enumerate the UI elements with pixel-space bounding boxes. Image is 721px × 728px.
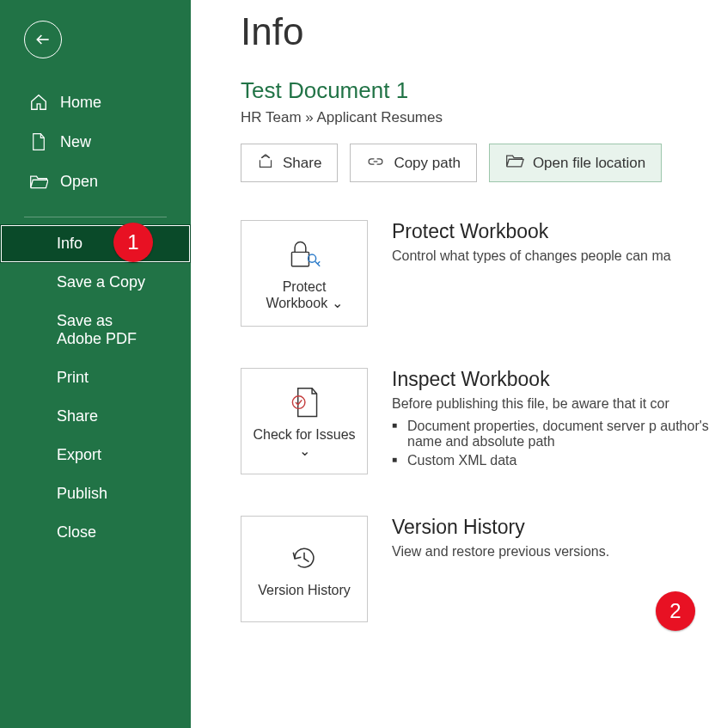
sidebar-item-save-pdf[interactable]: Save as Adobe PDF (0, 302, 191, 358)
sidebar-item-label: Save as Adobe PDF (57, 312, 156, 348)
sidebar-item-open[interactable]: Open (0, 162, 191, 201)
open-file-location-button[interactable]: Open file location (489, 144, 662, 182)
inspect-bullets: Document properties, document server p a… (392, 419, 721, 468)
sidebar-item-home[interactable]: Home (0, 83, 191, 122)
section-inspect-workbook: Check for Issues ⌄ Inspect Workbook Befo… (241, 368, 721, 474)
backstage-sidebar: Home New Open Info 1 Save a Copy Save as… (0, 0, 191, 728)
copy-path-button[interactable]: Copy path (350, 144, 477, 182)
breadcrumb: HR Team » Applicant Resumes (241, 109, 721, 126)
sidebar-item-label: Save a Copy (57, 273, 145, 291)
inspect-tile-label: Check for Issues ⌄ (250, 427, 358, 459)
sidebar-item-publish[interactable]: Publish (0, 474, 191, 513)
check-for-issues-tile[interactable]: Check for Issues ⌄ (241, 368, 368, 474)
home-icon (29, 93, 48, 112)
sidebar-separator (24, 217, 167, 217)
protect-title: Protect Workbook (392, 220, 721, 243)
sidebar-item-share[interactable]: Share (0, 397, 191, 436)
page-title: Info (241, 10, 721, 53)
open-location-label: Open file location (533, 155, 645, 172)
sidebar-item-export[interactable]: Export (0, 436, 191, 474)
sidebar-item-save-copy[interactable]: Save a Copy (0, 263, 191, 302)
share-button[interactable]: Share (241, 144, 338, 182)
protect-tile-label: Protect Workbook ⌄ (250, 279, 358, 311)
callout-2: 2 (656, 591, 695, 631)
sidebar-item-new[interactable]: New (0, 122, 191, 162)
history-clock-icon (287, 540, 321, 578)
sidebar-item-print[interactable]: Print (0, 358, 191, 397)
sidebar-item-label: Share (57, 407, 98, 425)
document-check-icon (287, 384, 321, 422)
lock-key-icon (285, 236, 323, 274)
share-label: Share (283, 155, 321, 172)
section-version-history: Version History Version History View and… (241, 516, 721, 622)
sidebar-item-label: Export (57, 446, 101, 464)
main-content: Info Test Document 1 HR Team » Applicant… (191, 0, 721, 728)
version-history-tile[interactable]: Version History (241, 516, 368, 622)
history-title: Version History (392, 516, 721, 539)
sidebar-item-label: Publish (57, 485, 107, 503)
svg-point-3 (292, 395, 305, 408)
sidebar-item-label: New (60, 133, 91, 151)
sidebar-item-label: Info (57, 235, 82, 253)
sidebar-item-info[interactable]: Info 1 (0, 224, 191, 263)
inspect-title: Inspect Workbook (392, 368, 721, 391)
sidebar-item-label: Open (60, 173, 98, 191)
history-desc: View and restore previous versions. (392, 544, 721, 560)
new-file-icon (29, 132, 48, 151)
sidebar-item-label: Home (60, 94, 101, 112)
action-row: Share Copy path Open file location (241, 144, 721, 182)
svg-rect-1 (291, 252, 309, 266)
inspect-desc: Before publishing this file, be aware th… (392, 396, 721, 412)
callout-1: 1 (113, 223, 153, 262)
sidebar-item-close[interactable]: Close (0, 513, 191, 552)
protect-workbook-tile[interactable]: Protect Workbook ⌄ (241, 220, 368, 327)
sidebar-item-label: Close (57, 523, 96, 541)
protect-desc: Control what types of changes people can… (392, 248, 721, 264)
back-button[interactable] (24, 21, 62, 58)
list-item: Custom XML data (407, 453, 721, 468)
open-folder-icon (29, 172, 48, 191)
back-arrow-icon (34, 30, 52, 49)
folder-open-icon (505, 153, 524, 173)
document-title: Test Document 1 (241, 77, 721, 104)
sidebar-item-label: Print (57, 369, 89, 387)
list-item: Document properties, document server p a… (407, 419, 721, 450)
link-icon (366, 155, 385, 172)
copy-path-label: Copy path (394, 155, 461, 172)
share-icon (257, 153, 274, 173)
history-tile-label: Version History (258, 583, 351, 598)
section-protect-workbook: Protect Workbook ⌄ Protect Workbook Cont… (241, 220, 721, 327)
